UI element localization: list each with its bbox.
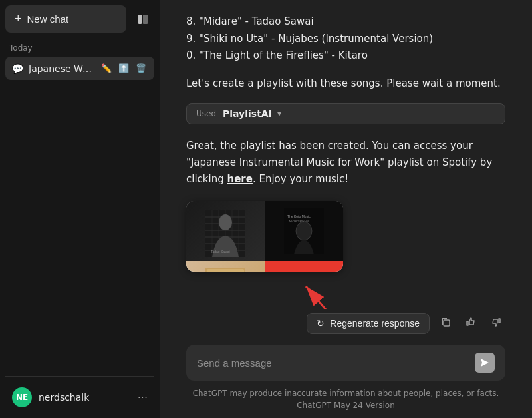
traditional-art-image: ISAAC STERN ウ ン イ コ ス タ ー [205, 268, 245, 272]
svg-rect-1 [143, 15, 148, 24]
sidebar-top: + New chat [5, 5, 154, 33]
new-chat-label: New chat [27, 13, 69, 25]
disclaimer: ChatGPT may produce inaccurate informati… [160, 383, 532, 418]
disclaimer-link[interactable]: ChatGPT May 24 Version [297, 401, 395, 410]
spotify-card[interactable]: Tadao Sawai The Koto Music MICHIO MIYAGI [186, 201, 343, 272]
svg-text:The Koto Music: The Koto Music [287, 214, 311, 218]
user-menu-item[interactable]: NE nerdschalk ··· [5, 382, 154, 413]
song-title: "Midare" - Tadao Sawai [199, 15, 314, 27]
song-num: 0. [186, 49, 199, 61]
tool-name: PlaylistAI [223, 108, 272, 119]
thumbs-down-button[interactable] [487, 313, 505, 334]
message-input[interactable] [197, 357, 468, 369]
share-chat-button[interactable]: ⬆️ [117, 62, 130, 75]
song-num: 9. [186, 33, 199, 45]
chevron-down-icon: ▾ [277, 109, 281, 118]
spotify-card-image: Tadao Sawai The Koto Music MICHIO MIYAGI [186, 201, 343, 272]
koto-music-image: The Koto Music MICHIO MIYAGI [284, 208, 324, 254]
delete-chat-button[interactable]: 🗑️ [134, 62, 148, 75]
image-quadrant-4 [265, 261, 343, 272]
chat-icon: 💬 [12, 63, 23, 74]
main-content: 8. "Midare" - Tadao Sawai 9. "Shiki no U… [160, 0, 532, 418]
regen-icon: ↻ [317, 318, 325, 329]
completion-text-2: . Enjoy your music! [253, 173, 348, 185]
user-avatar: NE [12, 387, 32, 407]
thumbs-up-icon [466, 317, 476, 327]
list-item: 9. "Shiki no Uta" - Nujabes (Instrumenta… [186, 31, 505, 48]
song-list: 8. "Midare" - Tadao Sawai 9. "Shiki no U… [186, 13, 505, 65]
user-name: nerdschalk [39, 392, 131, 403]
song-num: 8. [186, 15, 199, 27]
here-link[interactable]: here [227, 173, 252, 185]
song-title: "Shiki no Uta" - Nujabes (Instrumental V… [199, 33, 433, 45]
completion-message: Great, the playlist has been created. Yo… [186, 138, 505, 187]
song-title: "The Light of the Fireflies" - Kitaro [199, 49, 368, 61]
input-area [160, 339, 532, 383]
tool-pill[interactable]: Used PlaylistAI ▾ [186, 103, 505, 124]
svg-rect-21 [207, 269, 244, 272]
anime-face-image [284, 268, 324, 272]
list-item: 8. "Midare" - Tadao Sawai [186, 13, 505, 31]
action-bar: ↻ Regenerate response [160, 309, 532, 339]
sidebar: + New chat Today 💬 Japanese Work Musi ✏️… [0, 0, 160, 418]
svg-rect-39 [444, 320, 450, 326]
input-wrapper [186, 345, 505, 381]
thumbs-down-icon [491, 317, 501, 327]
svg-point-19 [296, 222, 312, 240]
send-button[interactable] [475, 353, 495, 373]
thumbs-up-button[interactable] [462, 313, 480, 334]
send-icon [480, 358, 489, 367]
svg-rect-0 [138, 15, 142, 24]
today-label: Today [5, 41, 154, 57]
chat-item-label: Japanese Work Musi [29, 63, 94, 74]
layout-icon [137, 13, 149, 25]
wait-message: Let's create a playlist with these songs… [186, 75, 505, 92]
regen-label: Regenerate response [330, 318, 420, 329]
svg-line-38 [306, 286, 326, 309]
sidebar-bottom: NE nerdschalk ··· [5, 376, 154, 413]
red-arrow-annotation [293, 280, 505, 300]
svg-point-14 [219, 214, 232, 230]
svg-text:Tadao Sawai: Tadao Sawai [211, 250, 230, 254]
new-chat-button[interactable]: + New chat [5, 5, 126, 33]
image-quadrant-1: Tadao Sawai [186, 201, 265, 261]
image-quadrant-3: ISAAC STERN ウ ン イ コ ス タ ー [186, 261, 265, 272]
tool-used-label: Used [196, 109, 216, 118]
chat-item-actions: ✏️ ⬆️ 🗑️ [100, 62, 148, 75]
toggle-sidebar-button[interactable] [132, 8, 154, 31]
song-list-block: 8. "Midare" - Tadao Sawai 9. "Shiki no U… [186, 13, 505, 73]
svg-rect-26 [284, 268, 324, 272]
list-item: 0. "The Light of the Fireflies" - Kitaro [186, 47, 505, 65]
person-silhouette: Tadao Sawai [205, 210, 245, 257]
edit-chat-button[interactable]: ✏️ [100, 62, 113, 75]
regenerate-button[interactable]: ↻ Regenerate response [307, 313, 430, 334]
copy-icon [440, 317, 451, 327]
red-arrow-svg [293, 280, 332, 309]
plus-icon: + [15, 12, 22, 26]
chat-messages: 8. "Midare" - Tadao Sawai 9. "Shiki no U… [160, 0, 532, 309]
user-options-icon: ··· [138, 391, 148, 404]
chat-history-item[interactable]: 💬 Japanese Work Musi ✏️ ⬆️ 🗑️ [5, 57, 154, 80]
disclaimer-text: ChatGPT may produce inaccurate informati… [193, 389, 499, 398]
copy-button[interactable] [436, 313, 455, 334]
user-initials: NE [16, 393, 28, 402]
image-quadrant-2: The Koto Music MICHIO MIYAGI [265, 201, 343, 261]
